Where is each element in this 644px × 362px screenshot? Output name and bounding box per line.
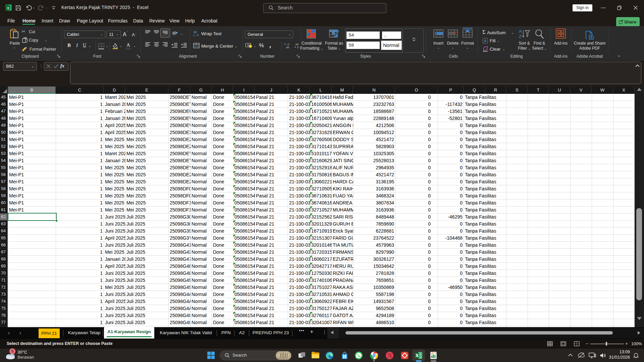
svg-text:x: x: [7, 6, 9, 10]
svg-text:A: A: [519, 29, 522, 34]
svg-text:Z: Z: [519, 34, 522, 39]
svg-text:.0: .0: [287, 43, 289, 46]
svg-text:c: c: [193, 34, 195, 37]
svg-text:.00: .00: [285, 46, 289, 49]
